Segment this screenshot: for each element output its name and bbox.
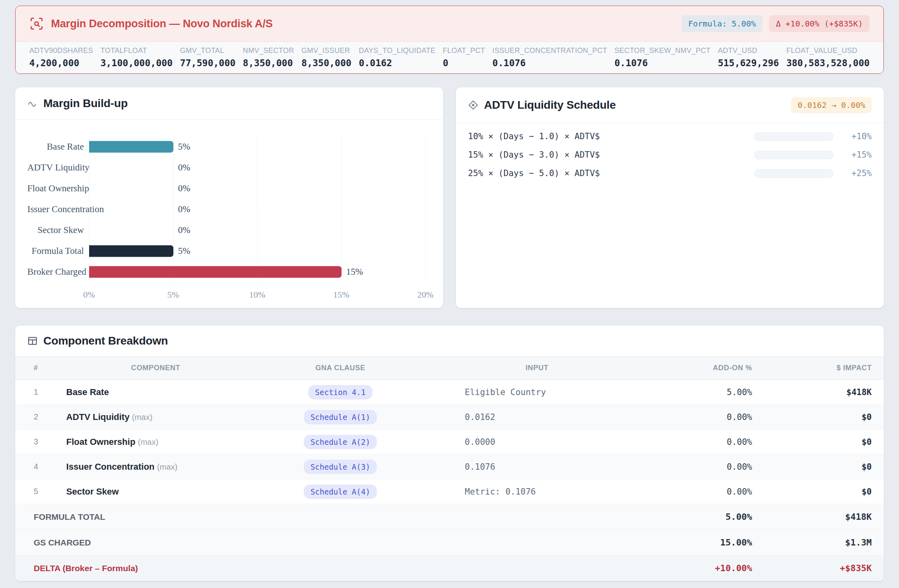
column-header-input: INPUT (425, 357, 649, 380)
schedule-addon-value: +10% (833, 132, 872, 141)
chart-bar-row: Float Ownership0% (27, 178, 431, 199)
cell-input: 0.0000 (425, 430, 649, 454)
chart-bar-row: Broker Charged15% (27, 262, 431, 282)
schedule-formula: 15% × (Days − 3.0) × ADTV$ (468, 150, 754, 160)
adtv-schedule-rows: 10% × (Days − 1.0) × ADTV$+10%15% × (Day… (456, 123, 884, 182)
gs-charged-impact: $1.3M (762, 530, 884, 556)
metric-value: 380,583,528,000 (786, 58, 870, 68)
cell-input: Metric: 0.1076 (425, 479, 649, 504)
chart-bar-row: Base Rate5% (27, 136, 431, 157)
x-axis-tick-label: 15% (333, 290, 349, 300)
schedule-row: 25% × (Days − 5.0) × ADTV$+25% (468, 164, 872, 182)
chart-plot-area: 0% (89, 199, 425, 220)
metric-value: 0.1076 (614, 58, 710, 68)
metric-item: SECTOR_SKEW_NMV_PCT0.1076 (614, 47, 710, 73)
chart-category-label: Sector Skew (27, 225, 89, 235)
diamond-icon (468, 100, 478, 110)
schedule-formula: 10% × (Days − 1.0) × ADTV$ (468, 132, 754, 141)
metric-label: SECTOR_SKEW_NMV_PCT (614, 47, 710, 55)
column-header-component: COMPONENT (55, 357, 256, 380)
component-qualifier: (max) (132, 413, 153, 422)
delta-label: DELTA (Broker – Formula) (15, 556, 649, 581)
chart-value-label: 0% (178, 204, 191, 215)
column-header-addon: ADD-ON % (649, 357, 762, 380)
metric-label: ISSUER_CONCENTRATION_PCT (492, 47, 607, 55)
chart-category-label: Float Ownership (27, 183, 89, 194)
metric-label: ADTV90DSHARES (29, 47, 93, 55)
clause-badge: Schedule A(2) (304, 435, 377, 449)
metric-value: 0.1076 (492, 58, 607, 68)
chart-bar (89, 245, 173, 257)
cell-gna-clause: Schedule A(2) (256, 430, 425, 454)
chart-category-label: Formula Total (27, 246, 89, 256)
metric-item: FLOAT_PCT0 (443, 47, 485, 73)
chart-category-label: Issuer Concentration (27, 204, 89, 215)
table-header: # COMPONENT GNA CLAUSE INPUT ADD-ON % $ … (15, 357, 884, 380)
metric-value: 0.0162 (359, 58, 435, 68)
schedule-progress-track (754, 169, 833, 178)
chart-value-label: 5% (178, 246, 191, 256)
cell-input: 0.1076 (425, 454, 649, 479)
schedule-row: 15% × (Days − 3.0) × ADTV$+15% (468, 146, 872, 164)
clause-badge: Schedule A(1) (304, 410, 377, 424)
margin-buildup-panel: Margin Build-up Base Rate5%ADTV Liquidit… (15, 87, 443, 308)
component-breakdown-table: # COMPONENT GNA CLAUSE INPUT ADD-ON % $ … (15, 356, 884, 581)
metrics-strip: ADTV90DSHARES4,200,000TOTALFLOAT3,100,00… (16, 41, 883, 73)
cell-row-number: 2 (15, 405, 55, 430)
chart-value-label: 5% (178, 142, 191, 152)
metric-item: FLOAT_VALUE_USD380,583,528,000 (786, 47, 870, 73)
chart-plot-area: 15% (89, 262, 425, 282)
metric-label: GMV_TOTAL (180, 47, 235, 55)
chart-value-label: 0% (178, 162, 191, 173)
cell-input: 0.0162 (425, 405, 649, 430)
metric-label: DAYS_TO_LIQUIDATE (359, 47, 435, 55)
cell-input: Eligible Country (425, 380, 649, 405)
cell-addon: 0.00% (649, 454, 762, 479)
metric-value: 515,629,296 (718, 58, 779, 68)
component-qualifier: (max) (138, 438, 158, 446)
cell-component: Sector Skew (55, 479, 256, 504)
formula-total-label: FORMULA TOTAL (15, 504, 649, 530)
gs-charged-addon: 15.00% (649, 530, 762, 556)
chart-bar-row: Issuer Concentration0% (27, 199, 431, 220)
metric-label: FLOAT_PCT (443, 47, 485, 55)
metric-value: 0 (443, 58, 485, 68)
chart-value-label: 0% (178, 225, 191, 235)
metric-item: GMV_ISSUER8,350,000 (301, 47, 352, 73)
chart-bar-row: Formula Total5% (27, 241, 431, 262)
column-header-num: # (15, 357, 55, 380)
cell-impact: $0 (762, 405, 884, 430)
chart-value-label: 15% (346, 267, 363, 277)
schedule-formula: 25% × (Days − 5.0) × ADTV$ (468, 168, 754, 178)
chart-plot-area: 0% (89, 220, 425, 241)
column-header-gna-clause: GNA CLAUSE (256, 357, 425, 380)
chart-category-label: Broker Charged (27, 267, 89, 277)
metric-value: 8,350,000 (301, 58, 352, 68)
schedule-addon-value: +25% (833, 168, 872, 178)
x-axis-tick-label: 10% (249, 290, 265, 300)
cell-gna-clause: Section 4.1 (256, 380, 425, 405)
cell-row-number: 3 (15, 430, 55, 454)
adtv-threshold-badge: 0.0162 → 0.00% (791, 97, 872, 113)
cell-addon: 0.00% (649, 479, 762, 504)
chart-plot-area: 0% (89, 157, 425, 178)
clause-badge: Section 4.1 (308, 385, 372, 399)
delta-badge: Δ +10.00% (+$835K) (769, 15, 870, 32)
chart-plot-area: 5% (89, 241, 425, 262)
schedule-row: 10% × (Days − 1.0) × ADTV$+10% (468, 127, 872, 146)
cell-addon: 5.00% (649, 380, 762, 405)
metric-item: NMV_SECTOR8,350,000 (243, 47, 294, 73)
metric-label: FLOAT_VALUE_USD (786, 47, 870, 55)
cell-impact: $0 (762, 454, 884, 479)
cell-row-number: 5 (15, 479, 55, 504)
cell-impact: $0 (762, 430, 884, 454)
delta-addon: +10.00% (649, 556, 762, 581)
clause-badge: Schedule A(4) (304, 485, 377, 499)
component-breakdown-title: Component Breakdown (43, 335, 168, 347)
cell-addon: 0.00% (649, 430, 762, 454)
margin-buildup-title: Margin Build-up (43, 97, 431, 110)
table-row: 5Sector SkewSchedule A(4)Metric: 0.10760… (15, 479, 884, 504)
row-delta: DELTA (Broker – Formula) +10.00% +$835K (15, 556, 884, 581)
x-axis-tick-label: 20% (417, 290, 433, 300)
margin-buildup-header: Margin Build-up (15, 87, 443, 120)
